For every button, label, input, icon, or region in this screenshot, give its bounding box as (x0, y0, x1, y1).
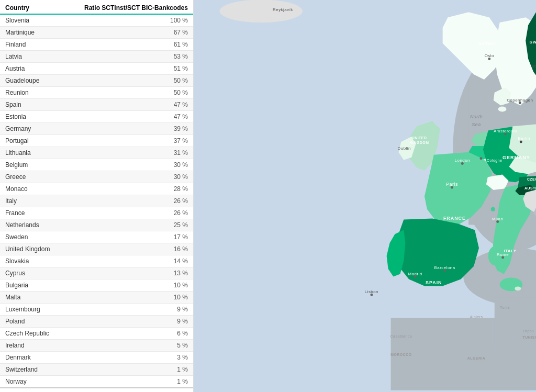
country-cell: Estonia (0, 111, 63, 123)
ratio-cell: 67 % (63, 27, 193, 39)
col-country[interactable]: Country (0, 0, 63, 14)
ratio-cell: 50 % (63, 75, 193, 87)
country-cell: Switzerland (0, 364, 63, 376)
country-cell: United Kingdom (0, 243, 63, 255)
data-table-panel: Country Ratio SCTInst/SCT BIC-Bankcodes … (0, 0, 194, 392)
ratio-cell: 26 % (63, 195, 193, 207)
table-row[interactable]: Lithuania 31 % (0, 147, 193, 159)
country-cell: Latvia (0, 51, 63, 63)
country-cell: Guadeloupe (0, 75, 63, 87)
ratio-cell: 31 % (63, 147, 193, 159)
ratio-cell: 39 % (63, 123, 193, 135)
table-row[interactable]: Switzerland 1 % (0, 364, 193, 376)
table-row[interactable]: Martinique 67 % (0, 27, 193, 39)
svg-point-28 (414, 275, 417, 278)
ratio-cell: 6 % (63, 328, 193, 340)
table-row[interactable]: Czech Republic 6 % (0, 328, 193, 340)
table-row[interactable]: Luxembourg 9 % (0, 304, 193, 316)
table-row[interactable]: Portugal 37 % (0, 135, 193, 147)
country-cell: Portugal (0, 135, 63, 147)
svg-point-19 (519, 102, 521, 104)
ratio-cell: 30 % (63, 159, 193, 171)
ratio-cell: 25 % (63, 219, 193, 231)
ratio-cell: 50 % (63, 87, 193, 99)
table-row[interactable]: Austria 51 % (0, 63, 193, 75)
table-row[interactable]: Spain 47 % (0, 99, 193, 111)
ratio-cell: 37 % (63, 135, 193, 147)
svg-point-24 (451, 186, 453, 189)
table-row[interactable]: Germany 39 % (0, 123, 193, 135)
ratio-cell: 10 % (63, 279, 193, 292)
ratio-cell: 9 % (63, 304, 193, 316)
col-ratio[interactable]: Ratio SCTInst/SCT BIC-Bankcodes (63, 0, 193, 14)
ratio-cell: 51 % (63, 63, 193, 75)
country-cell: Czech Republic (0, 328, 63, 340)
ratio-cell: 47 % (63, 111, 193, 123)
country-cell: Slovakia (0, 255, 63, 267)
table-row[interactable]: Monaco 28 % (0, 183, 193, 195)
svg-point-29 (370, 294, 373, 296)
table-row[interactable]: Reunion 50 % (0, 87, 193, 99)
table-row[interactable]: France 26 % (0, 207, 193, 219)
country-cell: Norway (0, 376, 63, 388)
ratio-cell: 30 % (63, 171, 193, 183)
country-cell: Sweden (0, 231, 63, 243)
table-row[interactable]: Norway 1 % (0, 376, 193, 388)
footer-value: 23 % (63, 388, 193, 392)
table-row[interactable]: Ireland 5 % (0, 340, 193, 352)
table-row[interactable]: Greece 30 % (0, 171, 193, 183)
table-row[interactable]: Belgium 30 % (0, 159, 193, 171)
ratio-cell: 1 % (63, 376, 193, 388)
ratio-cell: 53 % (63, 51, 193, 63)
svg-point-20 (504, 133, 507, 136)
country-cell: Luxembourg (0, 304, 63, 316)
table-row[interactable]: Finland 61 % (0, 39, 193, 51)
table-row[interactable]: United Kingdom 16 % (0, 243, 193, 255)
country-cell: Greece (0, 171, 63, 183)
table-row[interactable]: Netherlands 25 % (0, 219, 193, 231)
table-row[interactable]: Slovakia 14 % (0, 255, 193, 267)
table-row[interactable]: Sweden 17 % (0, 231, 193, 243)
table-row[interactable]: Italy 26 % (0, 195, 193, 207)
country-cell: Spain (0, 99, 63, 111)
country-cell: Martinique (0, 27, 63, 39)
table-row[interactable]: Poland 9 % (0, 316, 193, 328)
svg-point-22 (461, 162, 464, 165)
table-row[interactable]: Bulgaria 10 % (0, 279, 193, 292)
ratio-cell: 10 % (63, 292, 193, 304)
table-row[interactable]: Guadeloupe 50 % (0, 75, 193, 87)
country-cell: France (0, 207, 63, 219)
country-cell: Reunion (0, 87, 63, 99)
svg-point-8 (491, 207, 495, 211)
table-row[interactable]: Denmark 3 % (0, 352, 193, 364)
country-cell: Ireland (0, 340, 63, 352)
country-cell: Denmark (0, 352, 63, 364)
map-panel: FINLAND SWEDEN NORWAY UNITED KINGDOM LIT… (194, 0, 536, 392)
country-cell: Netherlands (0, 219, 63, 231)
ratio-cell: 47 % (63, 99, 193, 111)
ratio-cell: 9 % (63, 316, 193, 328)
table-row[interactable]: Estonia 47 % (0, 111, 193, 123)
svg-point-10 (488, 247, 501, 265)
ratio-cell: 61 % (63, 39, 193, 51)
svg-point-26 (501, 256, 504, 259)
ratio-cell: 1 % (63, 364, 193, 376)
country-cell: Monaco (0, 183, 63, 195)
ratio-cell: 16 % (63, 243, 193, 255)
country-cell: Malta (0, 292, 63, 304)
svg-point-6 (220, 0, 303, 23)
ratio-cell: 5 % (63, 340, 193, 352)
svg-point-27 (443, 269, 446, 272)
table-row[interactable]: Latvia 53 % (0, 51, 193, 63)
table-row[interactable]: Slovenia 100 % (0, 14, 193, 27)
country-cell: Finland (0, 39, 63, 51)
table-row[interactable]: Malta 10 % (0, 292, 193, 304)
ratio-cell: 100 % (63, 14, 193, 27)
table-row[interactable]: Cyprus 13 % (0, 267, 193, 279)
svg-rect-5 (495, 297, 536, 349)
ratio-cell: 17 % (63, 231, 193, 243)
country-cell: Poland (0, 316, 63, 328)
svg-point-23 (479, 157, 482, 160)
ratio-cell: 3 % (63, 352, 193, 364)
ratio-cell: 26 % (63, 207, 193, 219)
